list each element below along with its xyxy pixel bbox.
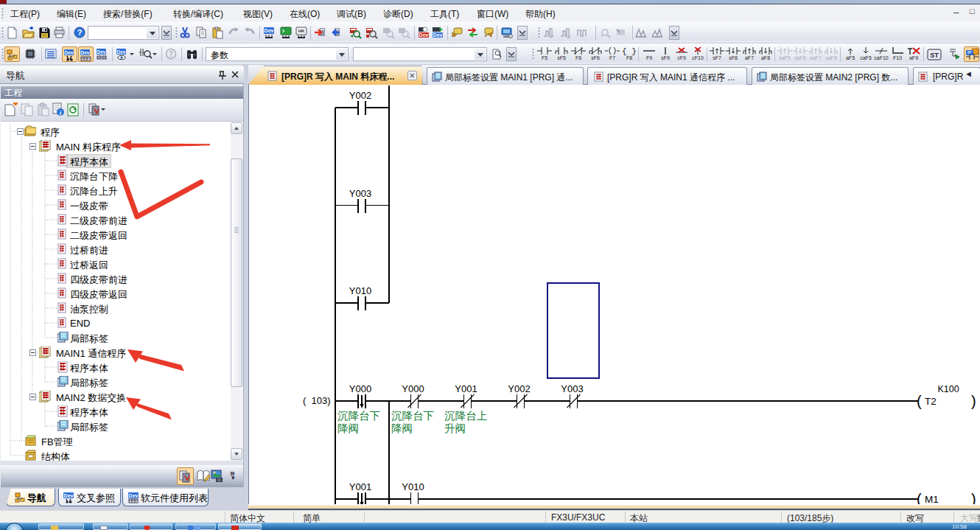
svg-text:沉降台下: 沉降台下 [337, 410, 380, 422]
svg-text:{ }: { } [622, 47, 637, 55]
svg-text:Y003: Y003 [349, 188, 371, 199]
svg-text:Y000: Y000 [349, 383, 371, 394]
svg-text:升阀: 升阀 [444, 422, 466, 434]
svg-text:K100: K100 [937, 384, 959, 394]
svg-text:(: ( [917, 393, 922, 409]
svg-text:(: ( [917, 491, 922, 504]
svg-text:): ) [971, 393, 976, 409]
svg-text:Y010: Y010 [349, 285, 371, 296]
svg-text:降阀: 降阀 [337, 422, 359, 434]
svg-text:Dev: Dev [433, 32, 443, 38]
svg-text:HK: HK [298, 29, 305, 33]
svg-text:Dev: Dev [129, 493, 139, 498]
svg-text:Dev: Dev [265, 28, 274, 33]
svg-text:沉降台下: 沉降台下 [391, 410, 434, 422]
svg-text:ST: ST [930, 52, 939, 59]
svg-text:): ) [971, 491, 976, 504]
svg-text:T2: T2 [925, 396, 937, 407]
svg-text:沉降台上: 沉降台上 [444, 410, 488, 422]
svg-text:Y003: Y003 [561, 383, 583, 394]
svg-text:( 103): ( 103) [303, 395, 331, 406]
svg-text:Dev: Dev [64, 493, 74, 498]
svg-text:Dev: Dev [97, 49, 106, 55]
svg-text:Y001: Y001 [455, 383, 477, 394]
svg-text:Y002: Y002 [349, 90, 371, 101]
svg-text:Y010: Y010 [402, 481, 424, 492]
svg-text:Dev: Dev [81, 50, 90, 55]
svg-text:Dev: Dev [117, 49, 126, 55]
svg-text:?: ? [169, 50, 173, 58]
svg-text:Y001: Y001 [349, 481, 371, 492]
svg-text:Y002: Y002 [508, 383, 530, 394]
svg-text:?: ? [77, 28, 83, 37]
svg-text:M1: M1 [925, 494, 939, 504]
svg-text:降阀: 降阀 [391, 422, 413, 434]
svg-text:Dev: Dev [419, 32, 429, 38]
svg-text:Y000: Y000 [402, 383, 424, 394]
svg-text:Dev: Dev [65, 50, 74, 55]
